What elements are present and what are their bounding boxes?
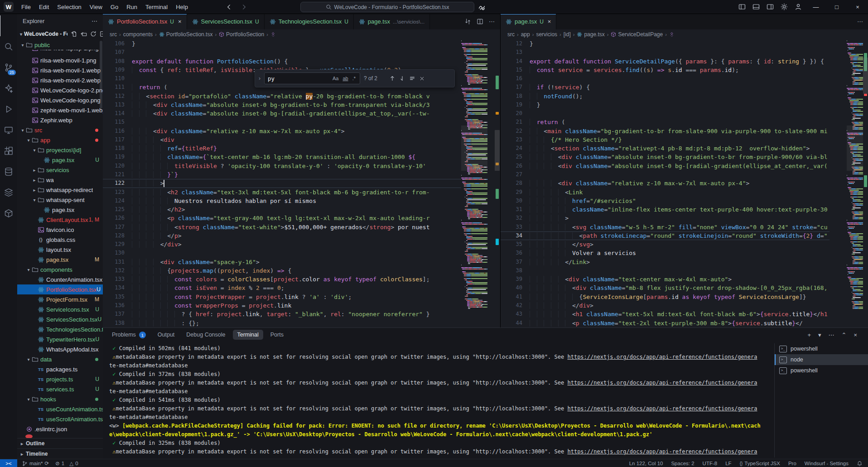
- menu-selection[interactable]: Selection: [53, 0, 85, 14]
- code-editor-right[interactable]: 12}1314export default function ServiceDe…: [501, 39, 868, 327]
- menu-help[interactable]: Help: [172, 0, 192, 14]
- tab-PortfolioSection.tsx[interactable]: PortfolioSection.tsxU×: [103, 14, 187, 29]
- breadcrumb[interactable]: src›app›servicios›[id]›page.tsx›ServiceD…: [501, 29, 868, 39]
- status-lf[interactable]: LF: [725, 461, 731, 466]
- panel-close-icon[interactable]: ×: [854, 332, 857, 338]
- find-input[interactable]: py Aaab.*: [264, 72, 360, 84]
- tree-item-page.tsx[interactable]: page.tsx: [17, 205, 103, 215]
- back-icon[interactable]: [226, 4, 232, 10]
- terminal-instance-powershell[interactable]: >_powershell: [775, 365, 868, 376]
- tree-item-TechnologiesSection.t...[interactable]: TechnologiesSection.t...U: [17, 324, 103, 334]
- status-spaces-2[interactable]: Spaces: 2: [671, 461, 694, 466]
- panel-tab-problems[interactable]: Problems1: [107, 330, 150, 340]
- forward-icon[interactable]: [241, 4, 247, 10]
- account-icon[interactable]: [795, 3, 802, 10]
- gear-icon[interactable]: [781, 3, 788, 10]
- tree-item-page.tsx[interactable]: page.tsxM: [17, 255, 103, 265]
- activity-layers-icon[interactable]: [0, 182, 17, 203]
- panel-plus-icon[interactable]: +: [807, 332, 811, 338]
- more-icon[interactable]: ⋯: [92, 18, 97, 24]
- activity-remote-explorer-icon[interactable]: [0, 120, 17, 140]
- terminal-link[interactable]: https://nextjs.org/docs/app/api-referenc…: [567, 380, 757, 386]
- tree-item-PortfolioSection.tsx[interactable]: PortfolioSection.tsxU: [17, 284, 103, 294]
- menu-terminal[interactable]: Terminal: [141, 0, 172, 14]
- tree-item-WeLoveCode-logo-2.png[interactable]: WeLoveCode-logo-2.png: [17, 85, 103, 95]
- tree-item-layout.tsx[interactable]: layout.tsx: [17, 245, 103, 255]
- find-expand-icon[interactable]: ›: [259, 75, 260, 82]
- activity-run-debug-icon[interactable]: [0, 99, 17, 120]
- tree-item-.eslintrc.json[interactable]: .eslintrc.json: [17, 424, 103, 434]
- tree-item-ProjectForm.tsx[interactable]: ProjectForm.tsxM: [17, 294, 103, 304]
- find-prev-icon[interactable]: [389, 75, 395, 82]
- new-file-icon[interactable]: [71, 31, 77, 37]
- minimap-slider[interactable]: [461, 125, 487, 171]
- refresh-icon[interactable]: [90, 31, 96, 37]
- terminal-link[interactable]: https://nextjs.org/docs/app/api-referenc…: [567, 405, 757, 412]
- activity-database-icon[interactable]: [0, 161, 17, 182]
- tree-item-useCountAnimation.ts[interactable]: TSuseCountAnimation.tsU: [17, 404, 103, 414]
- tab-ServicesSection.tsx[interactable]: ServicesSection.tsxU: [187, 14, 265, 29]
- tree-item-servicios[interactable]: ▸servicios: [17, 165, 103, 175]
- tree-item-whatsapp-sent[interactable]: ▾whatsapp-sent: [17, 195, 103, 205]
- tree-item-rilsa-web-laptop-2.png[interactable]: rilsa-web-laptop-2.png: [17, 50, 103, 55]
- menu-go[interactable]: Go: [106, 0, 122, 14]
- panel-chev-icon[interactable]: ▾: [818, 332, 821, 338]
- code-editor-left[interactable]: › py Aaab.* ? of 2 106}107108export defa…: [103, 39, 500, 327]
- panel-tab-terminal[interactable]: Terminal: [233, 330, 263, 340]
- command-center-search[interactable]: WeLoveCode - Formulario - PortfolioSecti…: [300, 2, 474, 12]
- activity-search-icon[interactable]: [0, 36, 17, 57]
- split-icon[interactable]: [477, 18, 483, 25]
- menu-run[interactable]: Run: [122, 0, 141, 14]
- terminal-instance-powershell[interactable]: >_powershell: [775, 343, 868, 354]
- terminal-instance-node[interactable]: >_node: [775, 354, 868, 365]
- breadcrumb-item[interactable]: [669, 32, 675, 37]
- find-close-icon[interactable]: [419, 76, 425, 82]
- panel-tab-ports[interactable]: Ports: [266, 330, 288, 340]
- breadcrumb-item[interactable]: PortfolioSection.tsx: [159, 31, 213, 38]
- status-bell[interactable]: [857, 461, 863, 467]
- breadcrumb-item[interactable]: ServiceDetailPage: [611, 31, 663, 38]
- tree-item-rilsa-web-movil-1.png[interactable]: rilsa-web-movil-1.png: [17, 55, 103, 65]
- minimap[interactable]: [847, 39, 865, 327]
- breadcrumb-item[interactable]: app: [521, 31, 530, 38]
- terminal-link[interactable]: https://nextjs.org/docs/app/api-referenc…: [567, 448, 757, 455]
- git-branch-status[interactable]: main*⟳: [22, 460, 49, 467]
- compare-icon[interactable]: [464, 18, 471, 25]
- status-pro[interactable]: Pro: [788, 461, 796, 466]
- tree-item-services.ts[interactable]: TSservices.tsU: [17, 384, 103, 394]
- panel-tab-debug-console[interactable]: Debug Console: [182, 330, 230, 340]
- menu-file[interactable]: File: [17, 0, 35, 14]
- menu-view[interactable]: View: [86, 0, 106, 14]
- sync-icon[interactable]: ⟳: [44, 460, 49, 467]
- more-icon[interactable]: ⋯: [489, 18, 495, 25]
- tree-item-public[interactable]: ▾public: [17, 40, 103, 50]
- minimize-button[interactable]: —: [805, 0, 826, 14]
- tree-item-useScrollAnimation.ts[interactable]: TSuseScrollAnimation.tsU: [17, 414, 103, 424]
- tree-item-Zephir.webp[interactable]: Zephir.webp: [17, 115, 103, 125]
- tree-item-ServicesSection.tsx[interactable]: ServicesSection.tsxU: [17, 314, 103, 324]
- panel-more-icon[interactable]: ⋯: [829, 332, 834, 338]
- tree-item-page.tsx[interactable]: page.tsxU: [17, 155, 103, 165]
- status-typescript-jsx[interactable]: {}TypeScript JSX: [740, 461, 780, 466]
- tree-item-projects.ts[interactable]: TSprojects.tsU: [17, 374, 103, 384]
- breadcrumb-item[interactable]: components: [123, 31, 153, 38]
- activity-explorer-icon[interactable]: [0, 15, 18, 36]
- breadcrumb-item[interactable]: servicios: [536, 31, 557, 38]
- tree-item-data[interactable]: ▾data: [17, 354, 103, 364]
- terminal-link[interactable]: https://nextjs.org/docs/app/api-referenc…: [567, 354, 757, 360]
- remote-indicator[interactable]: ><: [0, 459, 17, 467]
- tree-item-rilsa-web-movil-2.webp[interactable]: rilsa-web-movil-2.webp: [17, 75, 103, 85]
- breadcrumb-item[interactable]: page.tsx: [577, 31, 604, 38]
- tree-item-whatsapp-redirect[interactable]: ▸whatsapp-redirect: [17, 185, 103, 195]
- section-timeline[interactable]: ▸Timeline: [17, 448, 103, 459]
- find-toggle-regex[interactable]: .*: [352, 76, 357, 81]
- tab-close-icon[interactable]: ×: [548, 18, 551, 25]
- layout-sidebar-left-icon[interactable]: [738, 3, 746, 10]
- panel-up-icon[interactable]: ⌃: [842, 332, 847, 338]
- tab-page.tsx[interactable]: page.tsx...\servicios\...: [354, 14, 430, 29]
- breadcrumb-item[interactable]: src: [507, 31, 515, 38]
- find-in-selection-icon[interactable]: [409, 75, 415, 82]
- layout-sidebar-right-icon[interactable]: [767, 3, 774, 10]
- new-folder-icon[interactable]: [81, 31, 87, 37]
- breadcrumb-item[interactable]: [id]: [564, 31, 571, 38]
